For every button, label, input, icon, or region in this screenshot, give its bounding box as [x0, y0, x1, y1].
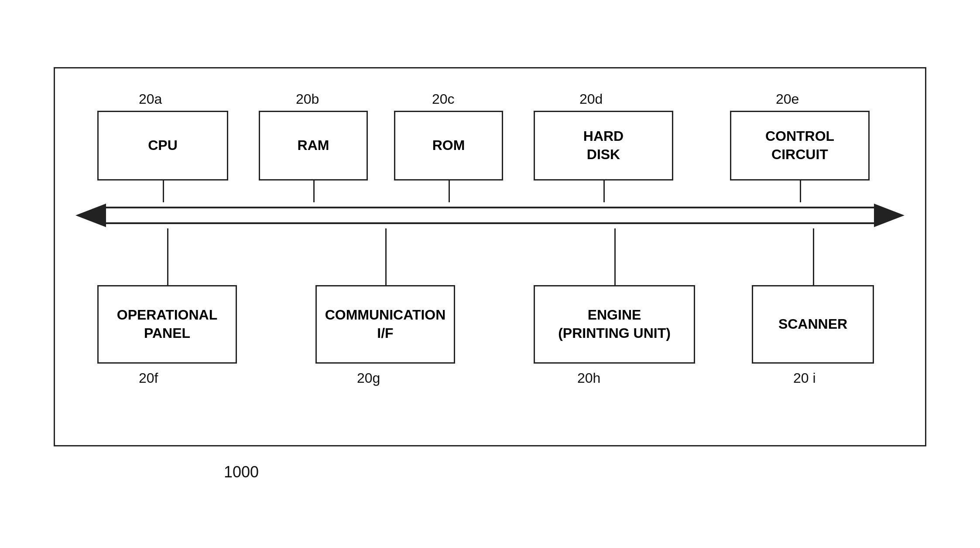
- label-20b: 20b: [296, 91, 319, 107]
- box-eng: ENGINE(PRINTING UNIT): [534, 285, 695, 364]
- box-rom: ROM: [394, 111, 503, 180]
- cpu-text: CPU: [148, 136, 178, 155]
- box-comm: COMMUNICATIONI/F: [315, 285, 455, 364]
- box-cpu: CPU: [97, 111, 228, 180]
- label-20d: 20d: [579, 91, 603, 107]
- label-20a: 20a: [139, 91, 162, 107]
- vline-cpu: [163, 180, 164, 202]
- vline-comm: [385, 228, 387, 287]
- label-20i: 20 i: [793, 370, 816, 386]
- vline-cc: [800, 180, 801, 202]
- bus-arrow: [75, 201, 905, 230]
- rom-text: ROM: [432, 136, 465, 155]
- label-20f: 20f: [139, 370, 158, 386]
- op-text: OPERATIONALPANEL: [117, 306, 218, 342]
- svg-marker-3: [874, 204, 905, 227]
- page-container: 20a CPU 20b RAM 20c ROM 20d HARDDISK 20e…: [32, 34, 948, 514]
- box-cc: CONTROLCIRCUIT: [730, 111, 870, 180]
- vline-op: [167, 228, 168, 287]
- vline-hd: [603, 180, 605, 202]
- box-scan: SCANNER: [752, 285, 874, 364]
- vline-rom: [449, 180, 450, 202]
- scan-text: SCANNER: [778, 315, 847, 334]
- vline-ram: [313, 180, 315, 202]
- svg-marker-2: [75, 204, 106, 227]
- diagram-wrapper: 20a CPU 20b RAM 20c ROM 20d HARDDISK 20e…: [54, 67, 926, 481]
- label-20h: 20h: [577, 370, 600, 386]
- vline-eng: [614, 228, 616, 287]
- vline-scan: [813, 228, 814, 287]
- ram-text: RAM: [298, 136, 329, 155]
- label-20g: 20g: [357, 370, 380, 386]
- box-ram: RAM: [259, 111, 368, 180]
- box-hd: HARDDISK: [534, 111, 673, 180]
- label-20e: 20e: [776, 91, 799, 107]
- cc-text: CONTROLCIRCUIT: [765, 127, 834, 163]
- label-1000: 1000: [224, 463, 259, 481]
- label-20c: 20c: [432, 91, 455, 107]
- eng-text: ENGINE(PRINTING UNIT): [558, 306, 671, 342]
- hd-text: HARDDISK: [583, 127, 624, 163]
- comm-text: COMMUNICATIONI/F: [325, 306, 446, 342]
- box-op: OPERATIONALPANEL: [97, 285, 237, 364]
